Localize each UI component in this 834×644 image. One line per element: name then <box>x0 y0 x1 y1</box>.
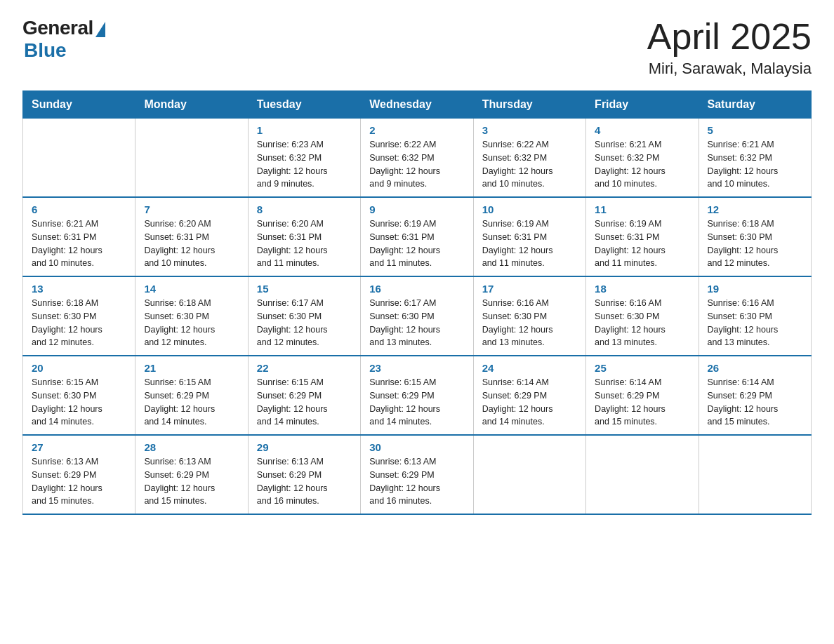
calendar-cell: 11Sunrise: 6:19 AMSunset: 6:31 PMDayligh… <box>586 197 699 276</box>
calendar-cell: 2Sunrise: 6:22 AMSunset: 6:32 PMDaylight… <box>361 119 473 198</box>
calendar-header-sunday: Sunday <box>23 91 135 119</box>
day-number: 28 <box>144 441 239 453</box>
calendar-header-thursday: Thursday <box>473 91 585 119</box>
calendar-cell: 6Sunrise: 6:21 AMSunset: 6:31 PMDaylight… <box>23 197 135 276</box>
day-number: 5 <box>708 124 802 136</box>
day-info: Sunrise: 6:22 AMSunset: 6:32 PMDaylight:… <box>369 138 464 191</box>
calendar-cell: 28Sunrise: 6:13 AMSunset: 6:29 PMDayligh… <box>135 435 248 514</box>
day-info: Sunrise: 6:17 AMSunset: 6:30 PMDaylight:… <box>257 297 352 349</box>
calendar-cell: 25Sunrise: 6:14 AMSunset: 6:29 PMDayligh… <box>586 356 699 435</box>
day-info: Sunrise: 6:19 AMSunset: 6:31 PMDaylight:… <box>595 217 689 270</box>
day-info: Sunrise: 6:15 AMSunset: 6:29 PMDaylight:… <box>257 376 352 429</box>
calendar-cell: 3Sunrise: 6:22 AMSunset: 6:32 PMDaylight… <box>473 119 585 198</box>
calendar-cell: 1Sunrise: 6:23 AMSunset: 6:32 PMDaylight… <box>248 119 360 198</box>
day-number: 26 <box>708 362 802 374</box>
calendar-week-row: 1Sunrise: 6:23 AMSunset: 6:32 PMDaylight… <box>23 119 812 198</box>
title-block: April 2025 Miri, Sarawak, Malaysia <box>647 17 812 78</box>
day-info: Sunrise: 6:21 AMSunset: 6:32 PMDaylight:… <box>595 138 689 191</box>
logo-general-text: General <box>22 17 93 39</box>
calendar-header-friday: Friday <box>586 91 699 119</box>
day-info: Sunrise: 6:14 AMSunset: 6:29 PMDaylight:… <box>482 376 577 429</box>
calendar-table: SundayMondayTuesdayWednesdayThursdayFrid… <box>22 90 812 515</box>
calendar-week-row: 13Sunrise: 6:18 AMSunset: 6:30 PMDayligh… <box>23 276 812 356</box>
day-number: 21 <box>144 362 239 374</box>
day-number: 3 <box>482 124 577 136</box>
calendar-cell: 22Sunrise: 6:15 AMSunset: 6:29 PMDayligh… <box>248 356 360 435</box>
day-number: 29 <box>257 441 352 453</box>
day-number: 7 <box>144 203 239 215</box>
day-info: Sunrise: 6:13 AMSunset: 6:29 PMDaylight:… <box>32 455 126 508</box>
day-number: 13 <box>32 283 126 295</box>
day-number: 27 <box>32 441 126 453</box>
day-number: 15 <box>257 283 352 295</box>
day-number: 8 <box>257 203 352 215</box>
day-number: 17 <box>482 283 577 295</box>
day-number: 20 <box>32 362 126 374</box>
calendar-cell: 16Sunrise: 6:17 AMSunset: 6:30 PMDayligh… <box>361 276 473 356</box>
calendar-cell: 21Sunrise: 6:15 AMSunset: 6:29 PMDayligh… <box>135 356 248 435</box>
calendar-cell <box>473 435 585 514</box>
calendar-cell: 30Sunrise: 6:13 AMSunset: 6:29 PMDayligh… <box>361 435 473 514</box>
calendar-header-monday: Monday <box>135 91 248 119</box>
logo: General Blue <box>22 17 105 62</box>
day-info: Sunrise: 6:19 AMSunset: 6:31 PMDaylight:… <box>482 217 577 270</box>
day-info: Sunrise: 6:15 AMSunset: 6:29 PMDaylight:… <box>369 376 464 429</box>
calendar-week-row: 27Sunrise: 6:13 AMSunset: 6:29 PMDayligh… <box>23 435 812 514</box>
logo-triangle-icon <box>95 22 105 37</box>
calendar-cell: 19Sunrise: 6:16 AMSunset: 6:30 PMDayligh… <box>699 276 811 356</box>
day-number: 24 <box>482 362 577 374</box>
calendar-week-row: 20Sunrise: 6:15 AMSunset: 6:30 PMDayligh… <box>23 356 812 435</box>
day-info: Sunrise: 6:13 AMSunset: 6:29 PMDaylight:… <box>257 455 352 508</box>
day-info: Sunrise: 6:13 AMSunset: 6:29 PMDaylight:… <box>369 455 464 508</box>
calendar-cell: 27Sunrise: 6:13 AMSunset: 6:29 PMDayligh… <box>23 435 135 514</box>
day-info: Sunrise: 6:13 AMSunset: 6:29 PMDaylight:… <box>144 455 239 508</box>
calendar-cell: 26Sunrise: 6:14 AMSunset: 6:29 PMDayligh… <box>699 356 811 435</box>
day-info: Sunrise: 6:18 AMSunset: 6:30 PMDaylight:… <box>144 297 239 349</box>
day-number: 6 <box>32 203 126 215</box>
calendar-cell <box>699 435 811 514</box>
day-number: 4 <box>595 124 689 136</box>
day-number: 11 <box>595 203 689 215</box>
day-number: 14 <box>144 283 239 295</box>
day-info: Sunrise: 6:21 AMSunset: 6:31 PMDaylight:… <box>32 217 126 270</box>
calendar-cell: 23Sunrise: 6:15 AMSunset: 6:29 PMDayligh… <box>361 356 473 435</box>
day-number: 9 <box>369 203 464 215</box>
calendar-header-row: SundayMondayTuesdayWednesdayThursdayFrid… <box>23 91 812 119</box>
calendar-cell <box>586 435 699 514</box>
day-info: Sunrise: 6:15 AMSunset: 6:30 PMDaylight:… <box>32 376 126 429</box>
day-number: 22 <box>257 362 352 374</box>
calendar-header-wednesday: Wednesday <box>361 91 473 119</box>
calendar-cell: 18Sunrise: 6:16 AMSunset: 6:30 PMDayligh… <box>586 276 699 356</box>
day-number: 18 <box>595 283 689 295</box>
day-number: 30 <box>369 441 464 453</box>
calendar-cell: 13Sunrise: 6:18 AMSunset: 6:30 PMDayligh… <box>23 276 135 356</box>
calendar-cell: 10Sunrise: 6:19 AMSunset: 6:31 PMDayligh… <box>473 197 585 276</box>
day-number: 10 <box>482 203 577 215</box>
day-info: Sunrise: 6:18 AMSunset: 6:30 PMDaylight:… <box>708 217 802 270</box>
day-info: Sunrise: 6:20 AMSunset: 6:31 PMDaylight:… <box>144 217 239 270</box>
calendar-cell <box>23 119 135 198</box>
day-number: 12 <box>708 203 802 215</box>
calendar-cell: 14Sunrise: 6:18 AMSunset: 6:30 PMDayligh… <box>135 276 248 356</box>
header: General Blue April 2025 Miri, Sarawak, M… <box>22 17 812 78</box>
day-info: Sunrise: 6:19 AMSunset: 6:31 PMDaylight:… <box>369 217 464 270</box>
day-number: 16 <box>369 283 464 295</box>
page-title: April 2025 <box>647 17 812 57</box>
calendar-header-saturday: Saturday <box>699 91 811 119</box>
day-number: 23 <box>369 362 464 374</box>
day-info: Sunrise: 6:20 AMSunset: 6:31 PMDaylight:… <box>257 217 352 270</box>
day-info: Sunrise: 6:15 AMSunset: 6:29 PMDaylight:… <box>144 376 239 429</box>
day-info: Sunrise: 6:22 AMSunset: 6:32 PMDaylight:… <box>482 138 577 191</box>
calendar-cell: 7Sunrise: 6:20 AMSunset: 6:31 PMDaylight… <box>135 197 248 276</box>
calendar-cell: 24Sunrise: 6:14 AMSunset: 6:29 PMDayligh… <box>473 356 585 435</box>
day-info: Sunrise: 6:16 AMSunset: 6:30 PMDaylight:… <box>595 297 689 349</box>
day-info: Sunrise: 6:14 AMSunset: 6:29 PMDaylight:… <box>708 376 802 429</box>
calendar-cell: 4Sunrise: 6:21 AMSunset: 6:32 PMDaylight… <box>586 119 699 198</box>
calendar-cell <box>135 119 248 198</box>
calendar-cell: 8Sunrise: 6:20 AMSunset: 6:31 PMDaylight… <box>248 197 360 276</box>
day-info: Sunrise: 6:16 AMSunset: 6:30 PMDaylight:… <box>708 297 802 349</box>
calendar-cell: 29Sunrise: 6:13 AMSunset: 6:29 PMDayligh… <box>248 435 360 514</box>
day-info: Sunrise: 6:16 AMSunset: 6:30 PMDaylight:… <box>482 297 577 349</box>
day-info: Sunrise: 6:23 AMSunset: 6:32 PMDaylight:… <box>257 138 352 191</box>
day-info: Sunrise: 6:18 AMSunset: 6:30 PMDaylight:… <box>32 297 126 349</box>
